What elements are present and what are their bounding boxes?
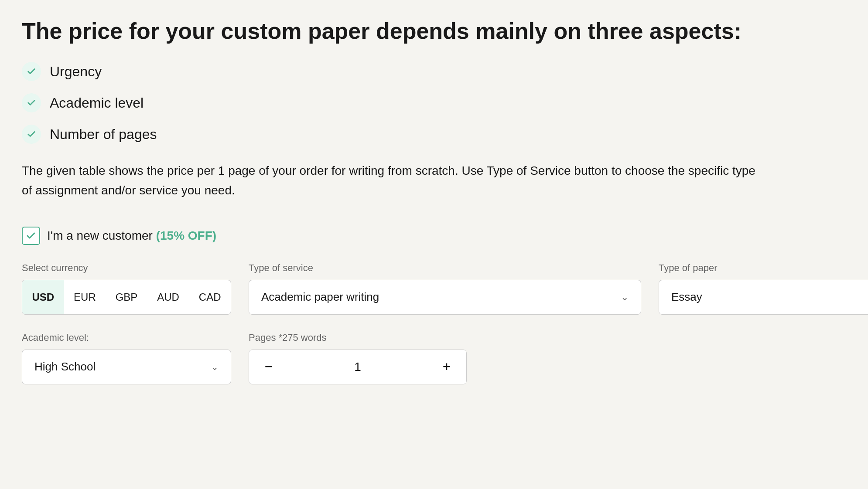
type-of-service-dropdown[interactable]: Academic paper writing ⌄	[249, 280, 641, 315]
controls-second-row: Academic level: High School ⌄ Pages *275…	[22, 332, 846, 384]
check-icon	[22, 93, 41, 112]
currency-eur[interactable]: EUR	[64, 280, 106, 314]
academic-level-group: Academic level: High School ⌄	[22, 332, 231, 384]
academic-level-label: Academic level:	[22, 332, 231, 343]
type-of-paper-label: Type of paper	[659, 262, 868, 274]
new-customer-row: I'm a new customer (15% OFF)	[22, 227, 846, 245]
new-customer-discount: (15% OFF)	[156, 229, 216, 242]
currency-group: Select currency USD EUR GBP AUD CAD	[22, 262, 231, 315]
currency-aud[interactable]: AUD	[147, 280, 189, 314]
description-text: The given table shows the price per 1 pa…	[22, 161, 763, 200]
type-of-service-selected: Academic paper writing	[261, 290, 379, 304]
new-customer-checkbox[interactable]	[22, 227, 40, 245]
list-item: Number of pages	[22, 125, 846, 144]
type-of-paper-selected: Essay	[671, 290, 702, 304]
checklist-item-academic-level: Academic level	[50, 95, 144, 111]
pages-decrement-button[interactable]: −	[249, 350, 288, 384]
list-item: Urgency	[22, 62, 846, 81]
checklist: Urgency Academic level Number of pages	[22, 62, 846, 144]
academic-level-selected: High School	[34, 360, 96, 374]
controls-first-row: Select currency USD EUR GBP AUD CAD Type…	[22, 262, 846, 315]
type-of-service-group: Type of service Academic paper writing ⌄	[249, 262, 641, 315]
currency-selector[interactable]: USD EUR GBP AUD CAD	[22, 280, 231, 315]
checklist-item-urgency: Urgency	[50, 64, 102, 80]
page-title: The price for your custom paper depends …	[22, 17, 846, 44]
currency-usd[interactable]: USD	[22, 280, 64, 314]
check-icon	[22, 62, 41, 81]
type-of-service-label: Type of service	[249, 262, 641, 274]
academic-level-dropdown[interactable]: High School ⌄	[22, 350, 231, 384]
pages-group: Pages *275 words − 1 +	[249, 332, 467, 384]
pages-value: 1	[288, 360, 427, 374]
pages-increment-button[interactable]: +	[427, 350, 466, 384]
currency-gbp[interactable]: GBP	[106, 280, 147, 314]
currency-cad[interactable]: CAD	[189, 280, 231, 314]
pages-counter: − 1 +	[249, 350, 467, 384]
currency-label: Select currency	[22, 262, 231, 274]
pages-label: Pages *275 words	[249, 332, 467, 343]
chevron-down-icon: ⌄	[211, 361, 219, 373]
check-icon	[22, 125, 41, 144]
type-of-paper-group: Type of paper Essay ⌄	[659, 262, 868, 315]
type-of-paper-dropdown[interactable]: Essay ⌄	[659, 280, 868, 315]
list-item: Academic level	[22, 93, 846, 112]
checklist-item-number-of-pages: Number of pages	[50, 126, 157, 143]
new-customer-label: I'm a new customer (15% OFF)	[47, 229, 216, 243]
chevron-down-icon: ⌄	[621, 292, 629, 303]
